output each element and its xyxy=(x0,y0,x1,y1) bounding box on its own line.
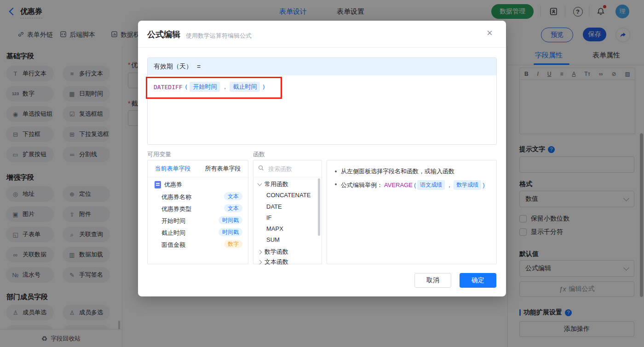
equals-sign: = xyxy=(197,63,201,70)
functions-panel: 常用函数 CONCATENATE DATE IF MAPX SUM 数学函数 文… xyxy=(253,160,322,264)
function-item[interactable]: SUM xyxy=(266,236,280,243)
bullet-icon xyxy=(335,171,337,172)
type-badge: 文本 xyxy=(224,204,242,212)
function-group-common[interactable]: 常用函数 xyxy=(258,180,288,188)
chevron-right-icon xyxy=(258,250,262,254)
function-item[interactable]: MAPX xyxy=(266,225,283,232)
variables-tabs: 当前表单字段 所有表单字段 xyxy=(148,160,248,177)
variables-panel: 当前表单字段 所有表单字段 优惠券 优惠券名称 文本 优惠券类型 文本 开始时间… xyxy=(147,160,248,264)
variables-label: 可用变量 xyxy=(147,150,171,159)
formula-editor-area[interactable]: 有效期（天） = DATEDIFF ( 开始时间 ， 截止时间 ) xyxy=(147,57,497,145)
search-icon xyxy=(258,165,264,173)
type-badge: 时间戳 xyxy=(218,216,242,224)
cancel-button[interactable]: 取消 xyxy=(414,273,451,288)
tab-all-form-fields[interactable]: 所有表单字段 xyxy=(198,165,248,173)
variable-row[interactable]: 优惠券类型 xyxy=(161,205,191,213)
modal-title: 公式编辑 xyxy=(147,29,180,40)
function-item[interactable]: IF xyxy=(266,214,272,221)
function-item[interactable]: CONCATENATE xyxy=(266,192,310,199)
formula-target-bar: 有效期（天） = xyxy=(148,58,496,75)
functions-label: 函数 xyxy=(253,150,265,159)
variable-row[interactable]: 截止时间 xyxy=(161,229,185,237)
header-divider xyxy=(138,47,506,48)
chevron-right-icon xyxy=(258,260,262,264)
modal-subtitle: 使用数学运算符编辑公式 xyxy=(186,32,252,40)
hints-panel: 从左侧面板选择字段名和函数，或输入函数 公式编辑举例： AVERAGE ( 语文… xyxy=(327,160,497,264)
function-group-math[interactable]: 数学函数 xyxy=(258,248,288,256)
annotation-box xyxy=(146,77,282,99)
close-icon[interactable]: × xyxy=(487,28,493,38)
hint-line-2: 公式编辑举例： AVERAGE ( 语文成绩 ， 数学成绩 ) xyxy=(335,180,485,190)
type-badge: 数字 xyxy=(224,240,242,248)
form-tree-root[interactable]: 优惠券 xyxy=(155,181,182,189)
search-input[interactable] xyxy=(267,165,315,173)
hint-line-1: 从左侧面板选择字段名和函数，或输入函数 xyxy=(335,167,454,176)
variable-row[interactable]: 面值金额 xyxy=(161,241,185,249)
example-chip: 语文成绩 xyxy=(417,180,445,190)
form-doc-icon xyxy=(155,181,161,188)
bullet-icon xyxy=(335,183,337,185)
tab-current-form-fields[interactable]: 当前表单字段 xyxy=(148,165,198,173)
type-badge: 文本 xyxy=(224,192,242,200)
function-item[interactable]: DATE xyxy=(266,203,282,210)
example-chip: 数学成绩 xyxy=(454,180,481,190)
example-function-name: AVERAGE xyxy=(384,182,413,188)
variable-row[interactable]: 开始时间 xyxy=(161,217,185,225)
formula-target: 有效期（天） xyxy=(154,63,192,71)
function-group-text[interactable]: 文本函数 xyxy=(258,258,288,266)
variable-row[interactable]: 优惠券名称 xyxy=(161,193,191,201)
function-search[interactable] xyxy=(253,160,322,177)
confirm-button[interactable]: 确定 xyxy=(460,273,496,288)
chevron-down-icon xyxy=(258,182,262,186)
type-badge: 时间戳 xyxy=(218,228,242,236)
functions-scrollbar[interactable] xyxy=(318,178,320,236)
formula-editor-modal: 公式编辑 使用数学运算符编辑公式 × 有效期（天） = DATEDIFF ( 开… xyxy=(138,21,506,296)
